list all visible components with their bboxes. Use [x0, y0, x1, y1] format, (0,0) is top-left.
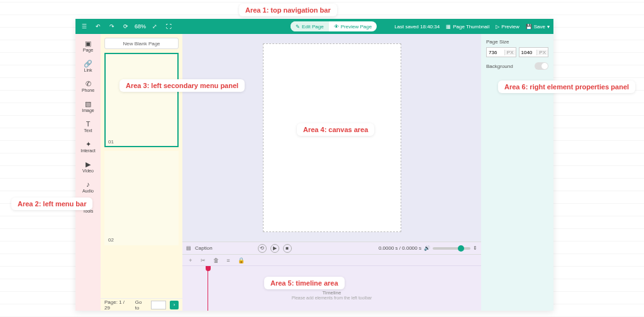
height-input[interactable]: [519, 50, 537, 55]
page-thumb-2[interactable]: 02: [104, 151, 179, 245]
zoom-slider[interactable]: [433, 247, 470, 250]
leftbar-label: Video: [82, 169, 94, 173]
time-text: 0.0000 s / 0.0000 s: [379, 245, 421, 251]
leftbar-label: Image: [82, 108, 94, 113]
image-icon: ▧: [84, 100, 92, 108]
video-icon: ▶: [84, 160, 92, 168]
left-secondary-panel: New Blank Page 01 02 Page: 1 / 29 Go to …: [101, 34, 182, 311]
leftbar-item-audio[interactable]: ♪Audio: [77, 177, 99, 196]
page-thumbnail-button[interactable]: ▦ Page Thumbnail: [446, 24, 489, 30]
tab-label: Preview Page: [341, 24, 372, 30]
save-button[interactable]: 💾 Save ▾: [526, 24, 550, 30]
unit-label: PX: [536, 50, 548, 55]
chevron-down-icon: ▾: [547, 24, 550, 30]
playhead[interactable]: [208, 266, 208, 311]
zoom-level[interactable]: 68%: [135, 23, 146, 30]
left-menu-bar: ▣Page 🔗Link ✆Phone ▧Image TText ✦Interac…: [75, 34, 101, 311]
expand-icon[interactable]: ⤢: [150, 21, 160, 31]
page-thumb-1[interactable]: 01: [104, 53, 179, 147]
tab-label: Edit Page: [302, 24, 324, 30]
goto-input[interactable]: [151, 301, 166, 309]
background-toggle[interactable]: [535, 62, 548, 70]
preview-button[interactable]: ▷ Preview: [496, 24, 519, 30]
annotation-area1: Area 1: top navigation bar: [239, 4, 337, 16]
background-label: Background: [486, 64, 513, 69]
timeline-empty-title: Timeline: [292, 290, 372, 296]
leftbar-item-page[interactable]: ▣Page: [77, 36, 99, 55]
annotation-area3: Area 3: left secondary menu panel: [119, 79, 245, 92]
rewind-button[interactable]: ⟲: [258, 244, 267, 253]
annotation-area2: Area 2: left menu bar: [11, 197, 92, 210]
height-field: PX: [519, 47, 549, 57]
leftbar-label: Text: [84, 128, 92, 133]
center-area: ▤ Caption ⟲ ▶ ■ 0.0000 s / 0.0000 s 🔊 ⇕: [182, 34, 481, 311]
eye-icon: 👁: [334, 24, 339, 30]
tool-cut-icon[interactable]: ✂: [199, 256, 208, 265]
goto-button[interactable]: ›: [170, 301, 179, 309]
right-properties-panel: Page Size PX PX Background: [481, 34, 553, 311]
leftbar-item-phone[interactable]: ✆Phone: [77, 77, 99, 96]
sound-icon[interactable]: 🔊: [424, 245, 430, 251]
undo-icon[interactable]: ↶: [93, 21, 103, 31]
width-field: PX: [486, 47, 516, 57]
leftbar-item-image[interactable]: ▧Image: [77, 97, 99, 116]
leftbar-item-video[interactable]: ▶Video: [77, 157, 99, 176]
link-icon: 🔗: [84, 60, 92, 67]
page-count-label: Page: 1 / 29: [104, 299, 131, 311]
top-navigation-bar: ☰ ↶ ↷ ⟳ 68% ⤢ ⛶ ✎ Edit Page 👁 Preview Pa…: [75, 19, 553, 34]
tab-preview-page[interactable]: 👁 Preview Page: [329, 21, 377, 31]
annotation-area6: Area 6: right element properties panel: [498, 81, 635, 93]
stop-button[interactable]: ■: [283, 244, 292, 253]
btn-label: Save: [534, 24, 545, 30]
fullscreen-icon[interactable]: ⛶: [164, 21, 174, 31]
menu-icon[interactable]: ☰: [79, 21, 89, 31]
timeline-empty-sub: Please add elements from the left toolba…: [292, 296, 372, 300]
annotation-area5: Area 5: timeline area: [264, 277, 345, 289]
pencil-icon: ✎: [296, 24, 300, 30]
tool-list-icon[interactable]: ≡: [224, 256, 233, 265]
new-blank-page-button[interactable]: New Blank Page: [104, 38, 179, 49]
timeline-area: ▤ Caption ⟲ ▶ ■ 0.0000 s / 0.0000 s 🔊 ⇕: [182, 242, 481, 311]
audio-icon: ♪: [84, 181, 92, 188]
leftbar-item-text[interactable]: TText: [77, 117, 99, 136]
leftbar-item-interact[interactable]: ✦Interact: [77, 137, 99, 156]
btn-label: Preview: [501, 24, 519, 30]
page-size-label: Page Size: [486, 39, 548, 45]
caption-label: Caption: [195, 245, 213, 251]
canvas-area: [182, 34, 481, 242]
leftbar-label: Link: [84, 68, 92, 72]
mode-toggle: ✎ Edit Page 👁 Preview Page: [291, 21, 377, 31]
canvas[interactable]: [263, 43, 401, 232]
annotation-area4: Area 4: canvas area: [297, 123, 374, 136]
page-icon: ▣: [84, 40, 92, 47]
phone-icon: ✆: [84, 80, 92, 87]
timeline-tools: + ✂ 🗑 ≡ 🔒: [182, 255, 481, 266]
leftbar-item-link[interactable]: 🔗Link: [77, 57, 99, 75]
leftbar-label: Phone: [82, 88, 94, 92]
app-window: ☰ ↶ ↷ ⟳ 68% ⤢ ⛶ ✎ Edit Page 👁 Preview Pa…: [75, 19, 553, 311]
last-saved-label: Last saved 18:40:34: [394, 24, 440, 30]
app-body: ▣Page 🔗Link ✆Phone ▧Image TText ✦Interac…: [75, 34, 553, 311]
page-pager: Page: 1 / 29 Go to ›: [101, 298, 182, 311]
collapse-icon[interactable]: ⇕: [473, 245, 477, 251]
play-button[interactable]: ▶: [270, 244, 279, 253]
leftbar-label: Page: [83, 48, 93, 52]
leftbar-label: Interact: [80, 148, 95, 153]
btn-label: Page Thumbnail: [453, 24, 489, 30]
tool-add-icon[interactable]: +: [186, 256, 195, 265]
refresh-icon[interactable]: ⟳: [121, 21, 131, 31]
timeline-header: ▤ Caption ⟲ ▶ ■ 0.0000 s / 0.0000 s 🔊 ⇕: [182, 242, 481, 255]
tab-edit-page[interactable]: ✎ Edit Page: [291, 21, 329, 31]
grid-icon: ▦: [446, 24, 451, 30]
interact-icon: ✦: [84, 140, 92, 148]
width-input[interactable]: [487, 50, 504, 55]
thumb-number: 01: [108, 139, 114, 145]
save-icon: 💾: [526, 24, 532, 30]
play-icon: ▷: [496, 24, 499, 30]
goto-label: Go to: [135, 299, 147, 311]
tool-delete-icon[interactable]: 🗑: [211, 256, 220, 265]
tool-lock-icon[interactable]: 🔒: [236, 256, 245, 265]
leftbar-label: Audio: [82, 189, 94, 193]
unit-label: PX: [504, 50, 516, 55]
redo-icon[interactable]: ↷: [107, 21, 117, 31]
